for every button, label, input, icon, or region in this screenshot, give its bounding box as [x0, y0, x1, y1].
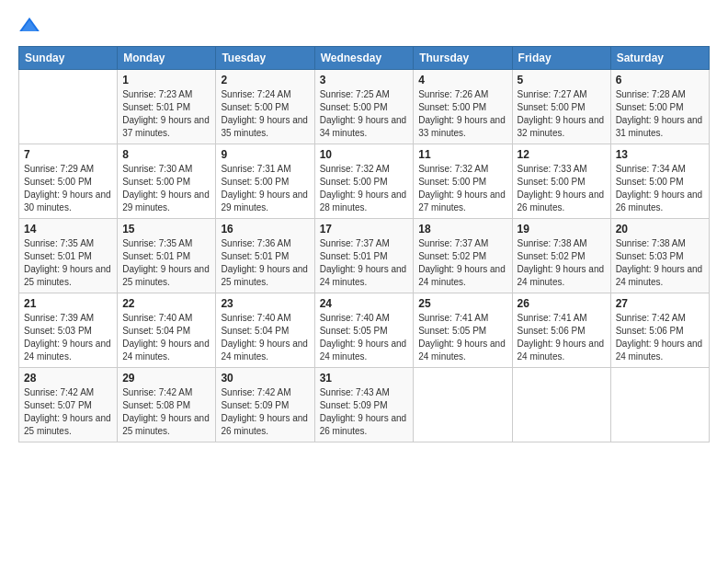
calendar-cell: 19 Sunrise: 7:38 AM Sunset: 5:02 PM Dayl…: [512, 219, 610, 293]
day-number: 13: [616, 148, 704, 161]
day-info: Sunrise: 7:32 AM Sunset: 5:00 PM Dayligh…: [418, 163, 506, 214]
daylight-text: Daylight: 9 hours and 24 minutes.: [518, 339, 605, 362]
day-info: Sunrise: 7:40 AM Sunset: 5:04 PM Dayligh…: [122, 312, 210, 363]
day-info: Sunrise: 7:27 AM Sunset: 5:00 PM Dayligh…: [518, 88, 606, 140]
day-info: Sunrise: 7:42 AM Sunset: 5:08 PM Dayligh…: [122, 386, 210, 438]
daylight-text: Daylight: 9 hours and 25 minutes.: [122, 413, 210, 436]
daylight-text: Daylight: 9 hours and 24 minutes.: [518, 264, 605, 287]
weekday-header-thursday: Thursday: [414, 47, 512, 70]
daylight-text: Daylight: 9 hours and 24 minutes.: [24, 339, 111, 362]
calendar-cell: 29 Sunrise: 7:42 AM Sunset: 5:08 PM Dayl…: [118, 368, 216, 442]
calendar-cell: 10 Sunrise: 7:32 AM Sunset: 5:00 PM Dayl…: [314, 144, 414, 219]
day-number: 4: [418, 74, 506, 86]
day-number: 10: [320, 148, 409, 161]
daylight-text: Daylight: 9 hours and 26 minutes.: [518, 190, 605, 213]
daylight-text: Daylight: 9 hours and 24 minutes.: [320, 264, 407, 287]
day-number: 18: [418, 223, 506, 236]
sunrise-text: Sunrise: 7:34 AM: [616, 164, 686, 174]
daylight-text: Daylight: 9 hours and 24 minutes.: [616, 339, 703, 362]
daylight-text: Daylight: 9 hours and 27 minutes.: [418, 190, 506, 213]
calendar-cell: 6 Sunrise: 7:28 AM Sunset: 5:00 PM Dayli…: [610, 70, 709, 144]
sunrise-text: Sunrise: 7:43 AM: [320, 387, 390, 397]
day-info: Sunrise: 7:42 AM Sunset: 5:07 PM Dayligh…: [24, 386, 112, 438]
sunrise-text: Sunrise: 7:33 AM: [518, 164, 587, 174]
day-number: 25: [418, 297, 506, 310]
sunrise-text: Sunrise: 7:32 AM: [418, 164, 488, 174]
calendar-cell: 16 Sunrise: 7:36 AM Sunset: 5:01 PM Dayl…: [216, 219, 314, 293]
weekday-header-row: SundayMondayTuesdayWednesdayThursdayFrid…: [19, 47, 710, 70]
day-info: Sunrise: 7:34 AM Sunset: 5:00 PM Dayligh…: [616, 163, 704, 214]
sunset-text: Sunset: 5:09 PM: [320, 400, 388, 410]
day-number: 12: [518, 148, 606, 161]
sunrise-text: Sunrise: 7:27 AM: [518, 89, 587, 99]
calendar-cell: 18 Sunrise: 7:37 AM Sunset: 5:02 PM Dayl…: [414, 219, 512, 293]
day-info: Sunrise: 7:36 AM Sunset: 5:01 PM Dayligh…: [221, 237, 309, 289]
calendar-cell: 11 Sunrise: 7:32 AM Sunset: 5:00 PM Dayl…: [414, 144, 512, 219]
daylight-text: Daylight: 9 hours and 26 minutes.: [221, 413, 308, 436]
day-info: Sunrise: 7:25 AM Sunset: 5:00 PM Dayligh…: [320, 88, 409, 140]
day-info: Sunrise: 7:40 AM Sunset: 5:05 PM Dayligh…: [320, 312, 409, 363]
sunset-text: Sunset: 5:00 PM: [518, 177, 586, 187]
calendar-cell: 23 Sunrise: 7:40 AM Sunset: 5:04 PM Dayl…: [216, 293, 314, 368]
day-number: 26: [518, 297, 606, 310]
calendar-cell: 17 Sunrise: 7:37 AM Sunset: 5:01 PM Dayl…: [314, 219, 414, 293]
day-number: 14: [24, 223, 112, 236]
daylight-text: Daylight: 9 hours and 24 minutes.: [418, 339, 506, 362]
calendar-cell: [19, 70, 118, 144]
weekday-header-tuesday: Tuesday: [216, 47, 314, 70]
sunset-text: Sunset: 5:04 PM: [221, 326, 289, 336]
daylight-text: Daylight: 9 hours and 35 minutes.: [221, 115, 308, 138]
calendar-cell: 22 Sunrise: 7:40 AM Sunset: 5:04 PM Dayl…: [118, 293, 216, 368]
sunset-text: Sunset: 5:00 PM: [418, 102, 486, 112]
day-info: Sunrise: 7:30 AM Sunset: 5:00 PM Dayligh…: [122, 163, 210, 214]
weekday-header-wednesday: Wednesday: [314, 47, 414, 70]
day-info: Sunrise: 7:38 AM Sunset: 5:02 PM Dayligh…: [518, 237, 606, 289]
daylight-text: Daylight: 9 hours and 25 minutes.: [24, 413, 111, 436]
daylight-text: Daylight: 9 hours and 25 minutes.: [122, 264, 210, 287]
sunrise-text: Sunrise: 7:42 AM: [122, 387, 192, 397]
sunset-text: Sunset: 5:06 PM: [518, 326, 586, 336]
sunrise-text: Sunrise: 7:40 AM: [320, 313, 390, 323]
calendar-cell: 20 Sunrise: 7:38 AM Sunset: 5:03 PM Dayl…: [610, 219, 709, 293]
day-number: 29: [122, 372, 210, 385]
daylight-text: Daylight: 9 hours and 26 minutes.: [320, 413, 407, 436]
day-info: Sunrise: 7:35 AM Sunset: 5:01 PM Dayligh…: [122, 237, 210, 289]
calendar-cell: 15 Sunrise: 7:35 AM Sunset: 5:01 PM Dayl…: [118, 219, 216, 293]
daylight-text: Daylight: 9 hours and 24 minutes.: [320, 339, 407, 362]
calendar-cell: 28 Sunrise: 7:42 AM Sunset: 5:07 PM Dayl…: [19, 368, 118, 442]
day-info: Sunrise: 7:37 AM Sunset: 5:01 PM Dayligh…: [320, 237, 409, 289]
weekday-header-sunday: Sunday: [19, 47, 118, 70]
calendar-cell: 8 Sunrise: 7:30 AM Sunset: 5:00 PM Dayli…: [118, 144, 216, 219]
calendar-cell: 7 Sunrise: 7:29 AM Sunset: 5:00 PM Dayli…: [19, 144, 118, 219]
daylight-text: Daylight: 9 hours and 24 minutes.: [221, 339, 308, 362]
sunrise-text: Sunrise: 7:38 AM: [616, 238, 686, 248]
day-number: 24: [320, 297, 409, 310]
day-number: 27: [616, 297, 704, 310]
sunrise-text: Sunrise: 7:23 AM: [122, 89, 192, 99]
day-number: 31: [320, 372, 409, 385]
day-info: Sunrise: 7:43 AM Sunset: 5:09 PM Dayligh…: [320, 386, 409, 438]
sunset-text: Sunset: 5:01 PM: [320, 251, 388, 261]
sunset-text: Sunset: 5:02 PM: [418, 251, 486, 261]
sunset-text: Sunset: 5:08 PM: [122, 400, 190, 410]
calendar-cell: 26 Sunrise: 7:41 AM Sunset: 5:06 PM Dayl…: [512, 293, 610, 368]
sunset-text: Sunset: 5:05 PM: [320, 326, 388, 336]
sunset-text: Sunset: 5:01 PM: [24, 251, 92, 261]
day-info: Sunrise: 7:33 AM Sunset: 5:00 PM Dayligh…: [518, 163, 606, 214]
sunrise-text: Sunrise: 7:26 AM: [418, 89, 488, 99]
sunset-text: Sunset: 5:01 PM: [221, 251, 289, 261]
sunrise-text: Sunrise: 7:42 AM: [24, 387, 94, 397]
calendar-cell: [512, 368, 610, 442]
sunset-text: Sunset: 5:07 PM: [24, 400, 92, 410]
day-info: Sunrise: 7:29 AM Sunset: 5:00 PM Dayligh…: [24, 163, 112, 214]
day-number: 2: [221, 74, 309, 86]
day-info: Sunrise: 7:32 AM Sunset: 5:00 PM Dayligh…: [320, 163, 409, 214]
weekday-header-friday: Friday: [512, 47, 610, 70]
day-info: Sunrise: 7:37 AM Sunset: 5:02 PM Dayligh…: [418, 237, 506, 289]
day-number: 11: [418, 148, 506, 161]
calendar-cell: 5 Sunrise: 7:27 AM Sunset: 5:00 PM Dayli…: [512, 70, 610, 144]
daylight-text: Daylight: 9 hours and 26 minutes.: [616, 190, 703, 213]
calendar-cell: [414, 368, 512, 442]
sunrise-text: Sunrise: 7:42 AM: [221, 387, 290, 397]
daylight-text: Daylight: 9 hours and 24 minutes.: [418, 264, 506, 287]
